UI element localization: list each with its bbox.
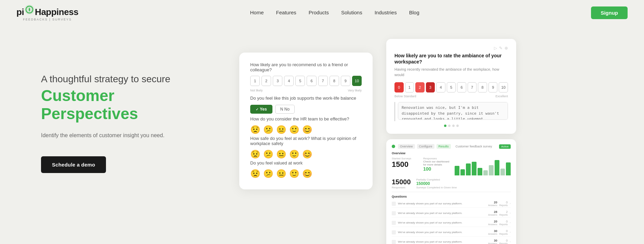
rating-box[interactable]: 3 [273,76,282,86]
nav-home[interactable]: Home [250,10,264,15]
dc-survey-label: Customer feedback survey [456,145,492,148]
rc-box-6[interactable]: 6 [457,82,466,92]
emoji-neutral[interactable]: 😐 [276,125,286,134]
rating-box[interactable]: 7 [318,76,328,86]
rating-box[interactable]: 5 [295,76,305,86]
signup-button[interactable]: Signup [591,6,628,19]
emoji-dissatisfied-2[interactable]: 😕 [263,149,273,159]
rc-box-3[interactable]: 3 [426,82,435,92]
dc-q-text: We've already shown you part of our surv… [398,221,486,224]
rc-box-0[interactable]: 0 [394,82,404,92]
hero-subtitle: A thoughtful strategy to secure [41,73,191,85]
rc-box-9[interactable]: 9 [488,82,498,92]
dc-q-text: We've already shown you part of our surv… [398,212,486,215]
dc-q-nums2: 0 Reports [499,220,508,226]
dc-q-icon [392,211,396,215]
dc-bar [455,166,459,175]
dc-tab-configure[interactable]: Configure [417,144,434,149]
nav-products[interactable]: Products [309,10,329,15]
nav-features[interactable]: Features [276,10,296,15]
demo-button[interactable]: Schedule a demo [41,156,106,173]
survey-q5: Do you feel valued at work [250,160,362,166]
emoji-satisfied-3[interactable]: 🙂 [289,169,299,178]
no-button[interactable]: N No [275,105,295,114]
dc-q-text: We've already shown you part of our surv… [398,240,486,243]
dc-questions-label: Questions [392,195,511,198]
rating-box[interactable]: 1 [250,76,260,86]
yes-no-row: ✓ Yes N No [250,105,362,114]
dc-green-dot [392,145,395,148]
dc-q-nums2: 0 Reports [499,239,508,244]
emoji-row-1: 😟 😕 😐 🙂 😊 [250,125,362,134]
dc-q-text: We've already shown you part of our surv… [398,202,486,205]
rc-dot-1 [444,125,446,127]
rating-box[interactable]: 9 [341,76,350,86]
dc-q-num1: 28 [491,210,497,214]
emoji-neutral-2[interactable]: 😐 [276,149,286,159]
emoji-very-dissatisfied[interactable]: 😟 [250,125,260,134]
check-icon: ✓ [256,107,258,111]
dc-q-num2: 2 [501,210,508,214]
nav-blog[interactable]: Blog [409,10,419,15]
rating-box[interactable]: 4 [284,76,294,86]
rating-card: ▷ ✎ ⊕ How likely are you to rate the amb… [386,39,516,134]
survey-q3: How do you consider the HR team to be ef… [250,116,362,121]
dc-q-num1: 20 [491,201,497,204]
emoji-dissatisfied[interactable]: 😕 [263,125,273,134]
rating-box[interactable]: 6 [307,76,316,86]
dc-bar [489,165,494,175]
emoji-very-satisfied-2[interactable]: 😊 [302,149,312,159]
logo-area: piHappiness FEEDBACKS | SURVEYS [16,4,78,21]
emoji-very-dissatisfied-3[interactable]: 😟 [250,169,260,178]
rating-box[interactable]: 2 [261,76,271,86]
scale-labels: Not likelyVery likely [250,89,362,92]
right-panel: ▷ ✎ ⊕ How likely are you to rate the amb… [386,39,516,244]
card-icon-2: ✎ [499,46,502,51]
nav-industries[interactable]: Industries [375,10,397,15]
rc-box-5[interactable]: 5 [447,82,456,92]
dc-partially-value: 150000 [416,181,457,186]
dc-stats-row: Started Surveys 1500 Responses Check our… [392,157,511,175]
emoji-neutral-3[interactable]: 😐 [276,169,286,178]
yes-button[interactable]: ✓ Yes [250,105,272,114]
dc-question-row: We've already shown you part of our surv… [392,228,511,236]
emoji-very-dissatisfied-2[interactable]: 😟 [250,149,260,159]
emoji-dissatisfied-3[interactable]: 😕 [263,169,273,178]
dashboard-card: Overview Configure Results Customer feed… [386,139,516,244]
rc-box-1[interactable]: 1 [405,82,414,92]
rc-box-4[interactable]: 4 [436,82,445,92]
rc-dot-4 [456,125,459,127]
dc-q-nums2: 0 Reports [499,201,508,206]
rating-box[interactable]: 10 [352,76,362,86]
emoji-very-satisfied-3[interactable]: 😊 [302,169,312,178]
dc-stat-label-2: Responses [423,157,451,160]
rc-dot-3 [452,125,455,127]
rc-dots [394,125,508,127]
rc-box-2[interactable]: 2 [415,82,425,92]
rc-box-10[interactable]: 10 [499,82,508,92]
dc-tab-overview[interactable]: Overview [398,144,415,149]
emoji-very-satisfied[interactable]: 😊 [302,125,312,134]
rc-box-8[interactable]: 8 [478,82,487,92]
dc-partially-desc: Surveys Completed in Given time [416,186,457,189]
rc-textarea[interactable] [398,102,508,120]
dc-tab-results[interactable]: Results [437,144,451,149]
emoji-satisfied-2[interactable]: 🙂 [289,149,299,159]
dc-q-arrow: › [510,231,511,234]
survey-card: How likely are you to recommend us to a … [239,53,373,189]
dc-q-nums2: 0 Reports [499,229,508,235]
emoji-satisfied[interactable]: 🙂 [289,125,299,134]
hero-section: A thoughtful strategy to secure Customer… [41,46,191,173]
rc-box-7[interactable]: 7 [468,82,477,92]
dc-bar [483,170,488,175]
dc-q-nums2: 2 Reports [499,210,508,216]
survey-q1: How likely are you to recommend us to a … [250,62,362,72]
rating-box[interactable]: 8 [330,76,339,86]
hero-description: Identify the elements of customer insigh… [41,131,191,140]
nav-solutions[interactable]: Solutions [341,10,362,15]
dc-bar [478,168,482,175]
dc-big-number: 15000 [392,178,411,186]
rating-row-1: 1 2 3 4 5 6 7 8 9 10 [250,76,362,86]
dc-q-num1: 20 [491,220,497,223]
dc-stat-label-1: Started Surveys [392,157,420,160]
